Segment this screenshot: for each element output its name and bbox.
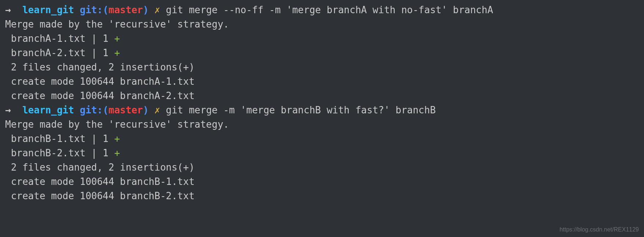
- output-summary: 2 files changed, 2 insertions(+): [5, 60, 639, 74]
- file-name: branchA-1.txt | 1: [5, 33, 114, 44]
- dirty-icon: ✗: [154, 4, 160, 15]
- watermark: https://blog.csdn.net/REX1129: [560, 225, 639, 234]
- git-label: git:(: [80, 105, 109, 116]
- git-close: ): [143, 4, 149, 15]
- dirty-icon: ✗: [154, 105, 160, 116]
- prompt-arrow: →: [5, 4, 11, 15]
- git-label: git:(: [80, 4, 109, 15]
- output-strategy: Merge made by the 'recursive' strategy.: [5, 17, 639, 32]
- output-create: create mode 100644 branchB-2.txt: [5, 189, 639, 203]
- output-create: create mode 100644 branchA-1.txt: [5, 74, 639, 89]
- terminal-output: → learn_git git:(master) ✗ git merge --n…: [5, 3, 639, 203]
- output-file: branchB-2.txt | 1 +: [5, 146, 639, 160]
- output-create: create mode 100644 branchA-2.txt: [5, 89, 639, 103]
- output-file: branchB-1.txt | 1 +: [5, 132, 639, 146]
- file-name: branchA-2.txt | 1: [5, 47, 114, 58]
- prompt-line[interactable]: → learn_git git:(master) ✗ git merge -m …: [5, 103, 639, 117]
- output-strategy: Merge made by the 'recursive' strategy.: [5, 117, 639, 132]
- plus-icon: +: [114, 147, 120, 158]
- file-name: branchB-2.txt | 1: [5, 147, 114, 158]
- plus-icon: +: [114, 133, 120, 144]
- prompt-dir: learn_git: [22, 4, 74, 15]
- git-branch: master: [109, 105, 143, 116]
- git-close: ): [143, 105, 149, 116]
- output-file: branchA-2.txt | 1 +: [5, 46, 639, 60]
- prompt-dir: learn_git: [22, 105, 74, 116]
- plus-icon: +: [114, 47, 120, 58]
- prompt-arrow: →: [5, 105, 11, 116]
- output-create: create mode 100644 branchB-1.txt: [5, 175, 639, 189]
- command-text: git merge --no-ff -m 'merge branchA with…: [166, 4, 493, 15]
- plus-icon: +: [114, 33, 120, 44]
- output-summary: 2 files changed, 2 insertions(+): [5, 160, 639, 175]
- command-text: git merge -m 'merge branchB with fast?' …: [166, 105, 436, 116]
- file-name: branchB-1.txt | 1: [5, 133, 114, 144]
- git-branch: master: [109, 4, 143, 15]
- prompt-line[interactable]: → learn_git git:(master) ✗ git merge --n…: [5, 3, 639, 17]
- output-file: branchA-1.txt | 1 +: [5, 32, 639, 46]
